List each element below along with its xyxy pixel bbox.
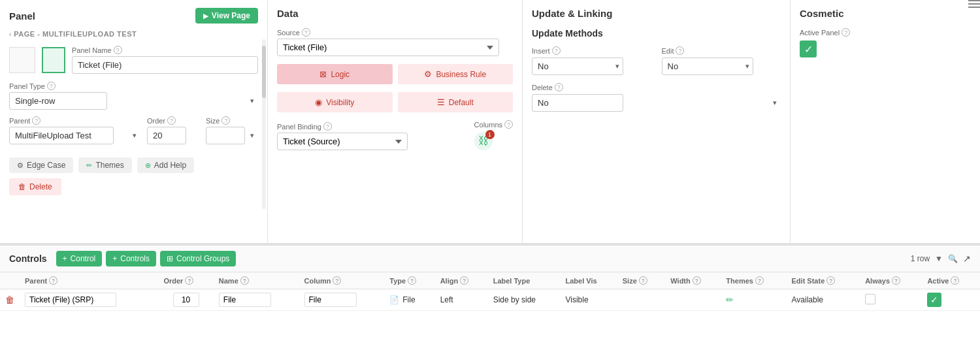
themes-edit-icon[interactable]: ✏ (726, 295, 734, 305)
panel-binding-row: Panel Binding ? Ticket (Source) Columns … (277, 120, 513, 150)
scrollbar-thumb (262, 46, 266, 98)
top-panel: Panel View Page ‹ PAGE - MULTIFILEUPLOAD… (0, 0, 980, 244)
row-count-label: 1 row (911, 254, 930, 263)
width-col-help-icon[interactable]: ? (693, 276, 701, 285)
add-control-groups-button[interactable]: ⊞ Control Groups (160, 251, 236, 266)
source-group: Source ? Ticket (File) Ticket File (277, 28, 513, 56)
parent-order-size-row: Parent ? MultiFileUpload Test Order ? (9, 116, 258, 151)
type-label: File (402, 295, 415, 304)
controls-table: Parent ? Order ? Name ? (0, 272, 980, 311)
td-active: ✓ (922, 289, 980, 311)
panel-binding-help-icon[interactable]: ? (323, 122, 332, 131)
controls-table-header: Parent ? Order ? Name ? (0, 272, 980, 289)
search-icon[interactable]: 🔍 (948, 254, 958, 263)
panel-binding-select[interactable]: Ticket (Source) (277, 133, 408, 150)
scrollbar[interactable] (262, 39, 266, 209)
panel-icon-row: Panel Name ? (9, 46, 258, 74)
th-size: Size ? (617, 272, 666, 289)
always-checkbox[interactable] (865, 294, 875, 304)
edit-state-col-help-icon[interactable]: ? (826, 276, 835, 285)
default-button[interactable]: Default (398, 92, 514, 112)
td-delete: 🗑 (0, 289, 20, 311)
add-control-button[interactable]: + Control (56, 251, 103, 266)
th-parent: Parent ? (20, 272, 158, 289)
logic-icon (319, 69, 327, 79)
columns-link-button[interactable]: ⛓ 1 (474, 132, 493, 150)
delete-select[interactable]: No Yes (532, 94, 623, 112)
insert-group: Insert ? No Yes (532, 46, 651, 75)
align-col-help-icon[interactable]: ? (460, 276, 468, 285)
trash-icon: 🗑 (18, 182, 26, 191)
edit-select[interactable]: No Yes (662, 57, 753, 75)
active-panel-checkbox[interactable]: ✓ (800, 40, 817, 57)
view-page-button[interactable]: View Page (195, 8, 258, 24)
row-order-input[interactable] (173, 293, 199, 307)
delete-button[interactable]: 🗑 Delete (9, 178, 61, 195)
td-width (665, 289, 721, 311)
th-label-vis: Label Vis (560, 272, 617, 289)
panel-title: Panel (9, 10, 35, 22)
filter-icon[interactable]: ▼ (935, 254, 943, 263)
gear-icon (17, 161, 24, 170)
row-name-input[interactable] (219, 293, 271, 307)
size-col-help-icon[interactable]: ? (639, 276, 647, 285)
always-col-help-icon[interactable]: ? (892, 276, 900, 285)
plus-help-icon (145, 161, 151, 170)
size-label: Size ? (206, 116, 258, 125)
plus-control-icon: + (63, 254, 67, 263)
edit-group: Edit ? No Yes (662, 46, 781, 75)
themes-button[interactable]: Themes (78, 157, 131, 173)
insert-select[interactable]: No Yes (532, 57, 623, 75)
td-parent[interactable] (20, 289, 158, 311)
size-help-icon[interactable]: ? (221, 116, 230, 125)
panel-type-select[interactable]: Single-row Multi-row Tab (9, 92, 107, 110)
parent-help-icon[interactable]: ? (32, 116, 41, 125)
delete-update-help-icon[interactable]: ? (555, 83, 563, 91)
type-col-help-icon[interactable]: ? (408, 276, 416, 285)
row-parent-input[interactable] (25, 293, 116, 307)
palette-icon (86, 161, 92, 170)
logic-button[interactable]: Logic (277, 64, 393, 84)
parent-col-help-icon[interactable]: ? (49, 276, 57, 285)
visibility-button[interactable]: Visibility (277, 92, 393, 112)
breadcrumb-page-label: PAGE - MULTIFILEUPLOAD TEST (14, 30, 137, 38)
insert-edit-row: Insert ? No Yes Edit ? (532, 46, 781, 75)
order-input[interactable] (147, 127, 186, 144)
active-col-help-icon[interactable]: ? (951, 276, 959, 285)
row-column-input[interactable] (304, 293, 357, 307)
active-panel-label: Active Panel ? (800, 28, 971, 37)
business-rule-button[interactable]: Business Rule (398, 64, 514, 84)
edit-help-icon[interactable]: ? (676, 46, 684, 55)
name-col-help-icon[interactable]: ? (240, 276, 249, 285)
td-order[interactable] (158, 289, 213, 311)
active-checkbox[interactable]: ✓ (927, 293, 941, 307)
parent-select[interactable]: MultiFileUpload Test (9, 127, 114, 144)
active-panel-help-icon[interactable]: ? (841, 28, 850, 37)
edge-case-button[interactable]: Edge Case (9, 157, 73, 173)
order-col-help-icon[interactable]: ? (185, 276, 193, 285)
label-vis-value: Visible (565, 295, 588, 304)
row-delete-icon[interactable]: 🗑 (5, 295, 14, 305)
panel-name-input[interactable] (72, 56, 258, 74)
add-help-button[interactable]: Add Help (137, 157, 194, 173)
td-name[interactable] (214, 289, 299, 311)
parent-select-wrapper: MultiFileUpload Test (9, 127, 140, 144)
themes-col-help-icon[interactable]: ? (755, 276, 764, 285)
order-help-icon[interactable]: ? (167, 116, 176, 125)
source-help-icon[interactable]: ? (302, 28, 310, 37)
panel-type-help-icon[interactable]: ? (47, 82, 56, 90)
column-col-help-icon[interactable]: ? (333, 276, 341, 285)
update-methods-title: Update Methods (532, 28, 781, 39)
order-group: Order ? (147, 116, 199, 144)
panel-section-header: Panel View Page (9, 8, 258, 24)
hamburger-menu-icon[interactable] (968, 0, 980, 8)
delete-group: Delete ? No Yes (532, 83, 781, 112)
expand-icon[interactable]: ↗ (963, 253, 971, 264)
source-select[interactable]: Ticket (File) Ticket File (277, 39, 499, 56)
th-label-type: Label Type (488, 272, 561, 289)
panel-name-help-icon[interactable]: ? (114, 46, 122, 54)
size-select[interactable] (206, 127, 245, 144)
columns-help-icon[interactable]: ? (504, 120, 513, 129)
add-controls-button[interactable]: + Controls (106, 251, 156, 266)
insert-help-icon[interactable]: ? (552, 46, 561, 55)
